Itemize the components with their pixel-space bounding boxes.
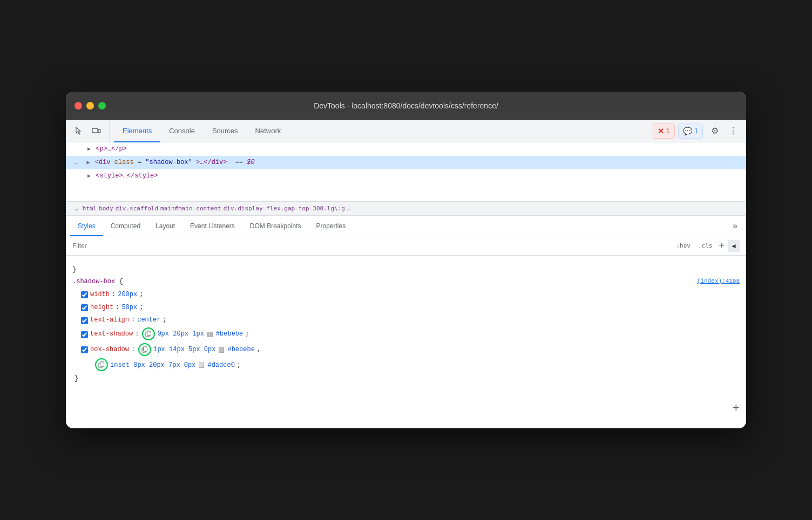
hov-button[interactable]: :hov (674, 241, 693, 250)
css-close-brace: } (72, 373, 740, 385)
filter-actions: :hov .cls + ◄ (674, 240, 740, 252)
text-shadow-copy-icon[interactable] (142, 327, 155, 340)
breadcrumb-body[interactable]: body (99, 205, 113, 212)
dom-line-p[interactable]: ▶ <p>…</p> (66, 142, 746, 156)
height-prop-value[interactable]: 50px (121, 302, 137, 314)
tab-console[interactable]: Console (160, 120, 204, 142)
triangle-icon: ▶ (87, 146, 91, 152)
breadcrumb-more: … (347, 205, 351, 212)
info-badge-button[interactable]: 💬 1 (678, 124, 703, 139)
inspect-element-icon[interactable] (70, 122, 87, 140)
breadcrumb-div-scaffold[interactable]: div.scaffold (116, 205, 158, 212)
tab-event-listeners[interactable]: Event Listeners (182, 216, 242, 236)
tab-computed[interactable]: Computed (103, 216, 148, 236)
box-shadow-color-2[interactable]: #dadce0 (207, 360, 234, 372)
tab-styles[interactable]: Styles (70, 216, 103, 236)
ellipsis-icon: … (75, 159, 78, 166)
toolbar-tabs: Elements Console Sources Network (114, 120, 653, 142)
css-prop-box-shadow: box-shadow : 1px 14px 5px 0px #bebebe , (72, 343, 740, 358)
dom-style-tag: <style>…</style> (96, 172, 158, 180)
box-shadow-swatch-2[interactable] (199, 362, 204, 368)
svg-rect-3 (147, 331, 151, 336)
height-checkbox[interactable] (81, 304, 88, 311)
width-prop-value[interactable]: 200px (118, 289, 137, 301)
breadcrumb-html[interactable]: html (83, 205, 97, 212)
traffic-lights (75, 102, 106, 110)
breadcrumb-main[interactable]: main#main-content (160, 205, 221, 212)
tab-layout[interactable]: Layout (148, 216, 182, 236)
error-count: 1 (666, 127, 670, 135)
tab-sources[interactable]: Sources (204, 120, 247, 142)
info-count: 1 (694, 127, 698, 135)
filter-input[interactable] (72, 242, 674, 250)
box-shadow-copy-icon-2[interactable] (95, 358, 108, 371)
dom-line-style[interactable]: ▶ <style>…</style> (66, 169, 746, 183)
styles-tab-more-icon[interactable]: » (728, 221, 742, 231)
info-icon: 💬 (683, 127, 692, 135)
selected-marker: == $0 (235, 159, 255, 166)
width-prop-name: width (90, 289, 110, 301)
text-shadow-checkbox[interactable] (81, 331, 88, 338)
settings-gear-icon[interactable]: ⚙ (706, 122, 723, 140)
text-align-prop-name: text-align (90, 314, 129, 326)
device-toolbar-icon[interactable] (87, 122, 105, 140)
close-button[interactable] (75, 102, 82, 110)
error-icon: ✕ (658, 127, 664, 135)
text-align-checkbox[interactable] (81, 317, 88, 324)
add-style-button[interactable]: + (719, 240, 725, 251)
dom-panel: ▶ <p>…</p> … ▶ <div class = "shadow-box"… (66, 142, 746, 202)
text-shadow-prop-name: text-shadow (90, 329, 133, 340)
css-prev-close-brace: } (72, 264, 740, 276)
toolbar-settings: ⚙ ⋮ (706, 122, 742, 140)
box-shadow-value-1[interactable]: 1px 14px 5px 0px (153, 344, 215, 356)
width-checkbox[interactable] (81, 291, 88, 298)
tab-dom-breakpoints[interactable]: DOM Breakpoints (242, 216, 309, 236)
triangle-icon-2: ▶ (86, 160, 90, 166)
cls-button[interactable]: .cls (696, 241, 715, 250)
toolbar: Elements Console Sources Network ✕ 1 (66, 120, 746, 142)
text-shadow-value[interactable]: 0px 20px 1px (157, 329, 204, 340)
more-options-icon[interactable]: ⋮ (725, 122, 742, 140)
breadcrumb-div-flex[interactable]: div.display-flex.gap-top-300.lg\:g (224, 205, 345, 212)
toolbar-right: ✕ 1 💬 1 ⚙ ⋮ (653, 122, 742, 140)
css-prop-box-shadow-cont: inset 0px 20px 7px 0px #dadce0 ; (72, 358, 740, 373)
add-css-rule-button[interactable]: + (733, 398, 740, 420)
box-shadow-prop-name: box-shadow (90, 344, 129, 356)
styles-panel-tabs: Styles Computed Layout Event Listeners D… (66, 216, 746, 236)
toggle-sidebar-button[interactable]: ◄ (728, 240, 740, 252)
dom-p-tag: <p>…</p> (96, 145, 127, 153)
triangle-icon-3: ▶ (87, 173, 91, 179)
maximize-button[interactable] (98, 102, 106, 110)
text-align-prop-value[interactable]: center (137, 314, 160, 326)
tab-properties[interactable]: Properties (309, 216, 354, 236)
svg-rect-5 (144, 347, 147, 351)
box-shadow-checkbox[interactable] (81, 346, 88, 353)
css-prop-height: height : 50px ; (72, 302, 740, 314)
error-badge-button[interactable]: ✕ 1 (653, 124, 675, 139)
minimize-button[interactable] (86, 102, 94, 110)
toolbar-icons (70, 120, 110, 142)
dom-line-div-selected[interactable]: … ▶ <div class = "shadow-box" >…</div> =… (66, 156, 746, 169)
css-source-link[interactable]: (index):4198 (697, 276, 740, 287)
svg-rect-0 (92, 128, 98, 133)
breadcrumb-ellipsis: … (75, 205, 78, 212)
window-title: DevTools - localhost:8080/docs/devtools/… (314, 101, 498, 110)
tab-elements[interactable]: Elements (114, 120, 160, 142)
height-prop-name: height (90, 302, 113, 314)
svg-rect-1 (98, 129, 100, 133)
box-shadow-value-cont[interactable]: inset 0px 20px 7px 0px (110, 360, 195, 372)
css-rule-header: .shadow-box { (index):4198 (72, 276, 740, 288)
tab-network[interactable]: Network (247, 120, 290, 142)
text-shadow-color[interactable]: #bebebe (216, 329, 243, 340)
svg-rect-7 (100, 362, 104, 366)
css-prop-text-shadow: text-shadow : 0px 20px 1px #bebebe ; (72, 327, 740, 343)
filter-bar: :hov .cls + ◄ (66, 236, 746, 256)
text-shadow-swatch[interactable] (207, 332, 213, 337)
devtools-panel: Elements Console Sources Network ✕ 1 (66, 120, 746, 428)
box-shadow-swatch-1[interactable] (219, 347, 224, 353)
box-shadow-copy-icon-1[interactable] (138, 343, 151, 356)
box-shadow-color-1[interactable]: #bebebe (227, 344, 254, 356)
css-selector-text: .shadow-box { (72, 276, 123, 288)
css-prop-text-align: text-align : center ; (72, 314, 740, 327)
prev-close-brace-text: } (72, 266, 76, 273)
